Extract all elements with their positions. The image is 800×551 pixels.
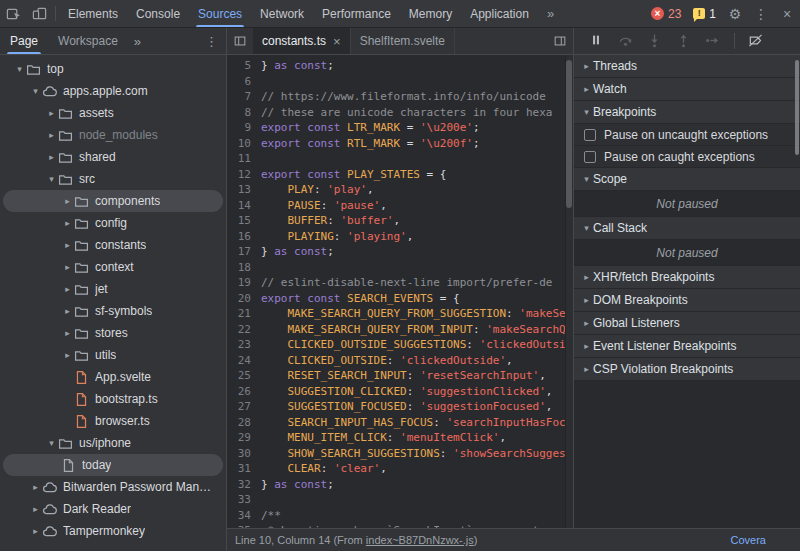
tree-item-today[interactable]: today bbox=[3, 454, 223, 476]
code-text[interactable]: SUGGESTION_FOCUSED: 'suggestionFocused', bbox=[261, 399, 573, 415]
line-number[interactable]: 29 bbox=[227, 430, 261, 446]
tree-item-config[interactable]: ▸config bbox=[3, 212, 223, 234]
pause-on-uncaught-exceptions-checkbox[interactable] bbox=[584, 129, 596, 141]
code-text[interactable]: export const PLAY_STATES = { bbox=[261, 167, 573, 183]
line-number[interactable]: 30 bbox=[227, 446, 261, 462]
section-scope[interactable]: ▾Scope bbox=[574, 168, 800, 191]
code-text[interactable]: BUFFER: 'buffer', bbox=[261, 213, 573, 229]
line-number[interactable]: 13 bbox=[227, 182, 261, 198]
code-text[interactable] bbox=[261, 74, 573, 90]
code-text[interactable]: CLICKED_OUTSIDE_SUGGESTIONS: 'clickedOut… bbox=[261, 337, 573, 353]
code-text[interactable]: /** bbox=[261, 508, 573, 524]
code-text[interactable]: // eslint-disable-next-line import/prefe… bbox=[261, 275, 573, 291]
section-dom-breakpoints[interactable]: ▸DOM Breakpoints bbox=[574, 289, 800, 312]
line-number[interactable]: 9 bbox=[227, 120, 261, 136]
more-panels-icon[interactable]: » bbox=[538, 0, 563, 27]
code-text[interactable]: export const RTL_MARK = '\u200f'; bbox=[261, 136, 573, 152]
navigator-tab-page[interactable]: Page bbox=[0, 28, 48, 54]
section-call-stack[interactable]: ▾Call Stack bbox=[574, 217, 800, 240]
line-number[interactable]: 15 bbox=[227, 213, 261, 229]
line-number[interactable]: 24 bbox=[227, 353, 261, 369]
code-text[interactable]: // these are unicode characters in four … bbox=[261, 105, 573, 121]
navigator-kebab-icon[interactable]: ⋮ bbox=[197, 28, 226, 54]
section-csp-violation-breakpoints[interactable]: ▸CSP Violation Breakpoints bbox=[574, 358, 800, 381]
chevron-right-icon[interactable]: ▸ bbox=[61, 240, 74, 250]
line-number[interactable]: 14 bbox=[227, 198, 261, 214]
error-badge[interactable]: × 23 bbox=[645, 0, 687, 27]
section-breakpoints[interactable]: ▾Breakpoints bbox=[574, 101, 800, 124]
editor-tab-constants-ts[interactable]: constants.ts× bbox=[253, 28, 351, 54]
pause-icon[interactable] bbox=[589, 33, 605, 49]
tree-item-stores[interactable]: ▸stores bbox=[3, 322, 223, 344]
issues-badge[interactable]: ! 1 bbox=[687, 0, 722, 27]
line-number[interactable]: 17 bbox=[227, 244, 261, 260]
chevron-right-icon[interactable]: ▸ bbox=[45, 108, 58, 118]
tree-item-bitwarden-password-man[interactable]: ▸Bitwarden Password Man… bbox=[3, 476, 223, 498]
tree-item-top[interactable]: ▾top bbox=[3, 58, 223, 80]
tree-item-constants[interactable]: ▸constants bbox=[3, 234, 223, 256]
section-xhr-fetch-breakpoints[interactable]: ▸XHR/fetch Breakpoints bbox=[574, 266, 800, 289]
tab-network[interactable]: Network bbox=[251, 0, 313, 27]
toggle-debugger-sidebar-icon[interactable] bbox=[547, 28, 573, 54]
tree-item-us-iphone[interactable]: ▾us/iphone bbox=[3, 432, 223, 454]
chevron-right-icon[interactable]: ▸ bbox=[61, 328, 74, 338]
line-number[interactable]: 20 bbox=[227, 291, 261, 307]
tree-item-assets[interactable]: ▸assets bbox=[3, 102, 223, 124]
tree-item-apps-apple-com[interactable]: ▾apps.apple.com bbox=[3, 80, 223, 102]
tree-item-utils[interactable]: ▸utils bbox=[3, 344, 223, 366]
chevron-right-icon[interactable]: ▸ bbox=[61, 284, 74, 294]
step-icon[interactable] bbox=[705, 33, 721, 49]
tree-item-node-modules[interactable]: ▸node_modules bbox=[3, 124, 223, 146]
editor-scrollbar-thumb[interactable] bbox=[566, 60, 572, 208]
tree-item-jet[interactable]: ▸jet bbox=[3, 278, 223, 300]
tab-elements[interactable]: Elements bbox=[59, 0, 127, 27]
chevron-right-icon[interactable]: ▸ bbox=[61, 350, 74, 360]
line-number[interactable]: 27 bbox=[227, 399, 261, 415]
step-into-icon[interactable] bbox=[647, 33, 663, 49]
close-devtools-icon[interactable]: × bbox=[774, 0, 800, 27]
section-event-listener-breakpoints[interactable]: ▸Event Listener Breakpoints bbox=[574, 335, 800, 358]
section-global-listeners[interactable]: ▸Global Listeners bbox=[574, 312, 800, 335]
chevron-right-icon[interactable]: ▸ bbox=[61, 262, 74, 272]
tab-sources[interactable]: Sources bbox=[189, 0, 251, 27]
chevron-right-icon[interactable]: ▸ bbox=[61, 306, 74, 316]
line-number[interactable]: 25 bbox=[227, 368, 261, 384]
line-number[interactable]: 28 bbox=[227, 415, 261, 431]
pause-on-caught-exceptions-row[interactable]: Pause on caught exceptions bbox=[574, 146, 800, 168]
editor-tab-shelfitem-svelte[interactable]: ShelfItem.svelte bbox=[351, 28, 455, 54]
code-text[interactable]: MENU_ITEM_CLICK: 'menuItemClick', bbox=[261, 430, 573, 446]
tree-item-tampermonkey[interactable]: ▸Tampermonkey bbox=[3, 520, 223, 542]
line-number[interactable]: 18 bbox=[227, 260, 261, 276]
tree-item-bootstrap-ts[interactable]: bootstrap.ts bbox=[3, 388, 223, 410]
tree-item-context[interactable]: ▸context bbox=[3, 256, 223, 278]
close-tab-icon[interactable]: × bbox=[333, 35, 341, 48]
step-over-icon[interactable] bbox=[618, 33, 634, 49]
tree-item-components[interactable]: ▸components bbox=[3, 190, 223, 212]
settings-gear-icon[interactable]: ⚙ bbox=[722, 0, 748, 27]
code-text[interactable]: PLAY: 'play', bbox=[261, 182, 573, 198]
more-navigator-tabs-icon[interactable]: » bbox=[128, 28, 147, 54]
line-number[interactable]: 11 bbox=[227, 151, 261, 167]
line-number[interactable]: 33 bbox=[227, 492, 261, 508]
code-text[interactable] bbox=[261, 492, 573, 508]
debugger-scrollbar-thumb[interactable] bbox=[795, 60, 799, 155]
tree-item-browser-ts[interactable]: browser.ts bbox=[3, 410, 223, 432]
line-number[interactable]: 10 bbox=[227, 136, 261, 152]
section-watch[interactable]: ▸Watch bbox=[574, 78, 800, 101]
code-text[interactable]: SUGGESTION_CLICKED: 'suggestionClicked', bbox=[261, 384, 573, 400]
tab-application[interactable]: Application bbox=[461, 0, 538, 27]
chevron-right-icon[interactable]: ▸ bbox=[29, 504, 42, 514]
code-text[interactable]: SHOW_SEARCH_SUGGESTIONS: 'showSearchSugg… bbox=[261, 446, 573, 462]
code-text[interactable]: // https://www.fileformat.info/info/unic… bbox=[261, 89, 573, 105]
line-number[interactable]: 12 bbox=[227, 167, 261, 183]
chevron-right-icon[interactable]: ▸ bbox=[29, 526, 42, 536]
code-text[interactable] bbox=[261, 260, 573, 276]
chevron-down-icon[interactable]: ▾ bbox=[13, 64, 26, 74]
line-number[interactable]: 8 bbox=[227, 105, 261, 121]
code-text[interactable]: export const LTR_MARK = '\u200e'; bbox=[261, 120, 573, 136]
chevron-down-icon[interactable]: ▾ bbox=[29, 86, 42, 96]
tab-memory[interactable]: Memory bbox=[400, 0, 461, 27]
chevron-down-icon[interactable]: ▾ bbox=[45, 174, 58, 184]
code-text[interactable]: MAKE_SEARCH_QUERY_FROM_SUGGESTION: 'make… bbox=[261, 306, 573, 322]
chevron-down-icon[interactable]: ▾ bbox=[45, 438, 58, 448]
